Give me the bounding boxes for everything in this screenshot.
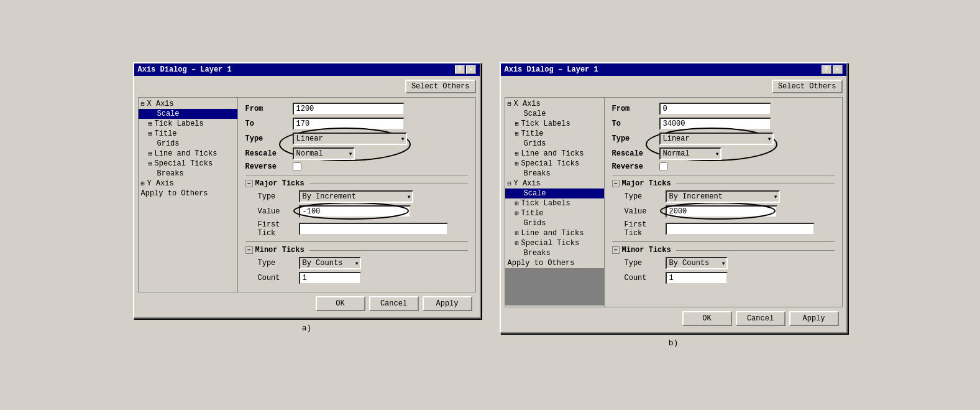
- tree-item-y-title[interactable]: ⊞Title: [505, 208, 604, 218]
- form-panel: FromToTypeLinearLog10LnProbabilityProbit…: [605, 98, 842, 307]
- tree-item-apply-others[interactable]: Apply to Others: [139, 189, 237, 198]
- select-others-button[interactable]: Select Others: [405, 80, 476, 93]
- type-select[interactable]: LinearLog10LnProbabilityProbitReciprocal…: [293, 133, 407, 145]
- tree-expand-icon: ⊟: [508, 180, 511, 187]
- bottom-row: OKCancelApply: [138, 292, 476, 314]
- dialog-body: Select Others⊟X AxisScale⊞Tick Labels⊞Ti…: [134, 76, 480, 317]
- reverse-row: Reverse: [612, 162, 835, 171]
- first-tick-input[interactable]: [666, 223, 815, 235]
- tree-item-label: X Axis: [147, 100, 174, 108]
- form-panel: FromToTypeLinearLog10LnProbabilityProbit…: [238, 98, 475, 292]
- type-label: Type: [612, 134, 656, 143]
- from-input[interactable]: [293, 103, 405, 115]
- tree-item-label: Title: [155, 129, 177, 138]
- tree-item-title[interactable]: ⊞Title: [505, 129, 604, 139]
- tree-panel: ⊟X AxisScale⊞Tick Labels⊞TitleGrids⊞Line…: [505, 98, 605, 307]
- type-select-wrapper: LinearLog10LnProbabilityProbitReciprocal…: [293, 133, 407, 145]
- major-type-select[interactable]: By IncrementBy Counts: [299, 190, 413, 203]
- first-tick-input[interactable]: [299, 223, 448, 235]
- tree-expand-icon: ⊞: [515, 210, 519, 217]
- tree-expand-icon: ⊞: [149, 120, 152, 128]
- count-input[interactable]: [299, 272, 361, 284]
- tree-item-breaks[interactable]: Breaks: [505, 169, 604, 179]
- tree-item-special-ticks[interactable]: ⊞Special Ticks: [139, 159, 237, 169]
- close-button[interactable]: ✕: [833, 65, 843, 74]
- tree-item-line-ticks[interactable]: ⊞Line and Ticks: [139, 149, 237, 159]
- select-others-button[interactable]: Select Others: [772, 80, 843, 93]
- rescale-select[interactable]: NormalAutoFixed: [293, 147, 355, 160]
- count-label: Count: [258, 274, 295, 282]
- minor-ticks-collapse-button[interactable]: −: [612, 246, 620, 254]
- tree-item-y-scale[interactable]: Scale: [505, 189, 604, 198]
- major-ticks-collapse-button[interactable]: −: [612, 180, 620, 187]
- title-text: Axis Dialog – Layer 1: [138, 65, 232, 74]
- reverse-checkbox[interactable]: [293, 162, 301, 171]
- tree-item-grids[interactable]: Grids: [505, 139, 604, 149]
- minor-type-select[interactable]: By CountsBy Increment: [666, 257, 728, 269]
- tree-item-tick-labels[interactable]: ⊞Tick Labels: [505, 119, 604, 129]
- major-value-input[interactable]: [666, 205, 777, 218]
- tree-item-y-grids[interactable]: Grids: [505, 218, 604, 228]
- ok-button[interactable]: OK: [682, 311, 732, 326]
- dialog-wrapper-0: Axis Dialog – Layer 1?✕Select Others⊟X A…: [133, 62, 481, 333]
- tree-item-line-ticks[interactable]: ⊞Line and Ticks: [505, 149, 604, 159]
- tree-item-y-special-ticks[interactable]: ⊞Special Ticks: [505, 238, 604, 248]
- help-button[interactable]: ?: [822, 65, 831, 74]
- close-button[interactable]: ✕: [466, 65, 476, 74]
- apply-button[interactable]: Apply: [423, 296, 472, 311]
- tree-item-y-breaks[interactable]: Breaks: [505, 248, 604, 258]
- minor-type-select-wrapper: By CountsBy Increment: [666, 257, 728, 269]
- major-value-row: Value: [245, 205, 468, 218]
- minor-ticks-collapse-button[interactable]: −: [245, 246, 253, 254]
- tree-item-y-axis[interactable]: ⊞Y Axis: [139, 179, 237, 189]
- tree-item-x-axis[interactable]: ⊟X Axis: [505, 99, 604, 109]
- to-input[interactable]: [293, 118, 405, 130]
- major-ticks-collapse-button[interactable]: −: [245, 180, 253, 187]
- type-row: TypeLinearLog10LnProbabilityProbitRecipr…: [612, 133, 835, 145]
- minor-type-select[interactable]: By CountsBy Increment: [299, 257, 361, 269]
- major-type-select-wrapper: By IncrementBy Counts: [299, 190, 413, 203]
- to-input[interactable]: [659, 118, 771, 130]
- tree-item-apply-others[interactable]: Apply to Others: [505, 258, 604, 268]
- tree-item-y-tick-labels[interactable]: ⊞Tick Labels: [505, 198, 604, 208]
- major-type-select[interactable]: By IncrementBy Counts: [666, 190, 780, 203]
- tree-expand-icon: ⊞: [515, 150, 519, 157]
- apply-button[interactable]: Apply: [789, 311, 839, 326]
- tree-item-grids[interactable]: Grids: [139, 139, 237, 149]
- major-type-row: TypeBy IncrementBy Counts: [612, 190, 835, 203]
- count-row: Count: [245, 272, 468, 284]
- reverse-checkbox[interactable]: [659, 162, 668, 171]
- tree-item-label: Line and Ticks: [521, 149, 584, 158]
- help-button[interactable]: ?: [455, 65, 465, 74]
- ok-button[interactable]: OK: [316, 296, 365, 311]
- major-value-input[interactable]: [299, 205, 411, 218]
- minor-type-select-wrapper: By CountsBy Increment: [299, 257, 361, 269]
- cancel-button[interactable]: Cancel: [736, 311, 785, 326]
- divider-2: [612, 241, 835, 242]
- tree-item-title[interactable]: ⊞Title: [139, 129, 237, 139]
- tree-item-special-ticks[interactable]: ⊞Special Ticks: [505, 159, 604, 169]
- tree-expand-icon: ⊞: [515, 130, 519, 137]
- tree-item-breaks[interactable]: Breaks: [139, 169, 237, 179]
- count-input[interactable]: [666, 272, 728, 284]
- type-select[interactable]: LinearLog10LnProbabilityProbitReciprocal…: [659, 133, 774, 145]
- major-type-select-wrapper: By IncrementBy Counts: [666, 190, 780, 203]
- tree-item-label: Grids: [524, 139, 546, 148]
- tree-item-y-line-ticks[interactable]: ⊞Line and Ticks: [505, 228, 604, 238]
- tree-item-x-axis[interactable]: ⊟X Axis: [139, 99, 237, 109]
- from-input[interactable]: [659, 103, 771, 115]
- tree-item-y-axis[interactable]: ⊟Y Axis: [505, 179, 604, 189]
- major-ticks-label: Major Ticks: [622, 179, 671, 188]
- tree-item-scale[interactable]: Scale: [505, 109, 604, 119]
- tree-item-scale[interactable]: Scale: [139, 109, 237, 119]
- tree-item-tick-labels[interactable]: ⊞Tick Labels: [139, 119, 237, 129]
- divider-2: [245, 241, 468, 242]
- first-tick-label: First Tick: [625, 220, 662, 238]
- count-row: Count: [612, 272, 835, 284]
- to-label: To: [245, 119, 289, 128]
- cancel-button[interactable]: Cancel: [369, 296, 419, 311]
- rescale-select[interactable]: NormalAutoFixed: [659, 147, 721, 160]
- title-text: Axis Dialog – Layer 1: [505, 65, 598, 74]
- type-select-wrapper: LinearLog10LnProbabilityProbitReciprocal…: [659, 133, 774, 145]
- tree-item-label: Title: [521, 209, 544, 218]
